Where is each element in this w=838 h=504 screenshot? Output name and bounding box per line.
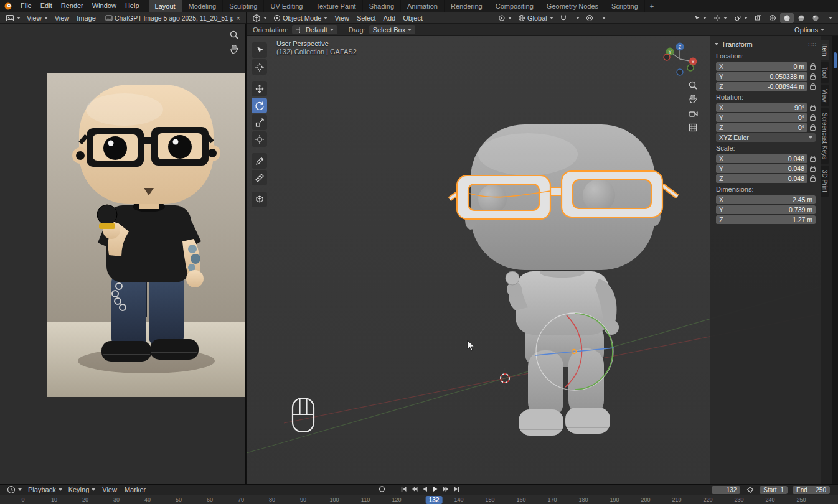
rotation-x-lock-icon[interactable] — [807, 105, 816, 111]
menu-render[interactable]: Render — [57, 0, 88, 12]
tool-scale[interactable] — [252, 114, 267, 130]
tool-cursor[interactable] — [252, 59, 267, 75]
menu-window[interactable]: Window — [88, 0, 121, 12]
tool-annotate[interactable] — [252, 153, 267, 169]
jump-to-start-icon[interactable] — [399, 485, 408, 493]
viewport-camera-icon[interactable] — [688, 109, 698, 119]
menu-help[interactable]: Help — [121, 0, 144, 12]
timeline-view-menu[interactable]: View — [98, 486, 121, 493]
tool-add-primitive[interactable] — [252, 192, 267, 207]
location-y-field[interactable]: Y0.050338 m — [716, 72, 807, 81]
rotation-y-field[interactable]: Y0° — [716, 113, 807, 122]
rotation-mode-dropdown[interactable]: XYZ Euler — [716, 133, 816, 142]
sidebar-scrollbar-track[interactable] — [832, 36, 838, 484]
image-datablock[interactable]: ChatGPT Image 5 ago 2025, 11_20_51 p.m..… — [102, 13, 233, 23]
add-workspace-button[interactable]: + — [645, 0, 659, 12]
tool-move[interactable] — [252, 81, 267, 96]
workspace-tab-uv-editing[interactable]: UV Editing — [264, 0, 309, 12]
sidebar-scrollbar-thumb[interactable] — [834, 52, 837, 68]
transform-orientation-dropdown[interactable]: Global — [515, 13, 557, 23]
selectability-filter-dropdown[interactable] — [690, 13, 710, 23]
transform-panel-header[interactable]: Transform :::: — [710, 39, 821, 50]
scale-y-lock-icon[interactable] — [807, 166, 816, 172]
proportional-edit-icon[interactable] — [583, 13, 596, 23]
viewport-pan-hand-icon[interactable] — [688, 94, 698, 104]
workspace-tab-layout[interactable]: Layout — [149, 0, 182, 12]
sidebar-tab-screencast-keys[interactable]: Screencast Keys — [821, 108, 829, 164]
shading-dropdown[interactable] — [823, 13, 836, 23]
location-y-lock-icon[interactable] — [807, 73, 816, 80]
sidebar-tab-item[interactable]: Item — [821, 40, 829, 60]
sidebar-tab-3d-print[interactable]: 3D Print — [821, 166, 829, 197]
workspace-tab-rendering[interactable]: Rendering — [445, 0, 489, 12]
rotation-z-lock-icon[interactable] — [807, 124, 816, 131]
viewport-object-menu[interactable]: Object — [399, 14, 426, 22]
viewport-add-menu[interactable]: Add — [380, 14, 400, 22]
keyframe-jump-icon[interactable] — [745, 485, 755, 494]
xray-toggle-icon[interactable] — [751, 13, 765, 23]
snapping-dropdown[interactable] — [570, 13, 583, 23]
mode-dropdown[interactable]: Object Mode — [270, 13, 331, 23]
menu-file[interactable]: File — [16, 0, 36, 12]
viewport-view-menu[interactable]: View — [331, 14, 353, 22]
drag-dropdown[interactable]: Select Box — [369, 25, 416, 34]
unlink-image-button[interactable]: × — [233, 13, 243, 23]
viewport-editor-type-button[interactable] — [249, 13, 270, 23]
dimensions-x-field[interactable]: X2.45 m — [716, 195, 816, 204]
workspace-tab-scripting[interactable]: Scripting — [605, 0, 645, 12]
viewport-zoom-icon[interactable] — [688, 80, 698, 90]
rotation-z-field[interactable]: Z0° — [716, 123, 807, 132]
location-z-lock-icon[interactable] — [807, 83, 816, 90]
next-keyframe-icon[interactable] — [441, 485, 451, 493]
workspace-tab-compositing[interactable]: Compositing — [489, 0, 540, 12]
location-x-field[interactable]: X0 m — [716, 62, 807, 71]
image-pan-hand-icon[interactable] — [229, 44, 239, 54]
jump-to-end-icon[interactable] — [452, 485, 461, 493]
image-editor-type-button[interactable] — [2, 13, 24, 23]
shading-solid-icon[interactable] — [780, 13, 794, 23]
image-zoom-icon[interactable] — [229, 30, 239, 40]
tool-transform[interactable] — [252, 131, 267, 147]
show-gizmo-dropdown[interactable] — [710, 13, 730, 23]
timeline-marker-menu[interactable]: Marker — [121, 486, 149, 493]
sidebar-tab-tool[interactable]: Tool — [821, 62, 829, 82]
workspace-tab-sculpting[interactable]: Sculpting — [223, 0, 264, 12]
snap-toggle-icon[interactable] — [557, 13, 570, 23]
options-dropdown[interactable]: Options — [791, 25, 828, 34]
keying-menu[interactable]: Keying — [65, 485, 99, 495]
workspace-tab-shading[interactable]: Shading — [363, 0, 401, 12]
workspace-tab-geometry-nodes[interactable]: Geometry Nodes — [540, 0, 605, 12]
play-icon[interactable] — [431, 485, 440, 493]
frame-ruler[interactable]: 132 010203040506070809010011012014015016… — [0, 495, 838, 504]
frame-start-field[interactable]: Start1 — [760, 486, 788, 494]
previous-keyframe-icon[interactable] — [410, 485, 419, 493]
image-image-menu[interactable]: Image — [73, 14, 100, 22]
scale-x-field[interactable]: X0.048 — [716, 154, 807, 163]
scale-x-lock-icon[interactable] — [807, 156, 816, 162]
shading-material-icon[interactable] — [794, 13, 808, 23]
workspace-tab-modeling[interactable]: Modeling — [182, 0, 224, 12]
play-reverse-icon[interactable] — [420, 485, 430, 493]
shading-rendered-icon[interactable] — [809, 13, 822, 23]
blender-logo[interactable] — [0, 2, 16, 11]
tool-rotate[interactable] — [252, 98, 267, 113]
orientation-dropdown[interactable]: Default — [292, 25, 337, 34]
tool-select-box[interactable] — [252, 42, 267, 58]
scale-z-field[interactable]: Z0.048 — [716, 174, 807, 183]
timeline-editor-type-button[interactable] — [4, 485, 25, 495]
proportional-falloff-dropdown[interactable] — [596, 13, 609, 23]
navigation-gizmo[interactable]: Z X Y — [662, 42, 697, 77]
location-x-lock-icon[interactable] — [807, 63, 816, 70]
shading-wireframe-icon[interactable] — [766, 13, 779, 23]
image-mode-dropdown[interactable]: View — [24, 13, 51, 23]
tool-measure[interactable] — [252, 170, 267, 185]
rotation-x-field[interactable]: X90° — [716, 103, 807, 112]
playback-menu[interactable]: Playback — [25, 485, 65, 495]
workspace-tab-animation[interactable]: Animation — [401, 0, 445, 12]
auto-keying-toggle-icon[interactable] — [377, 485, 387, 493]
sidebar-tab-view[interactable]: View — [821, 85, 829, 107]
playhead-badge[interactable]: 132 — [426, 496, 443, 504]
viewport-ortho-toggle-icon[interactable] — [688, 123, 698, 133]
workspace-tab-texture-paint[interactable]: Texture Paint — [309, 0, 362, 12]
show-overlays-dropdown[interactable] — [731, 13, 751, 23]
